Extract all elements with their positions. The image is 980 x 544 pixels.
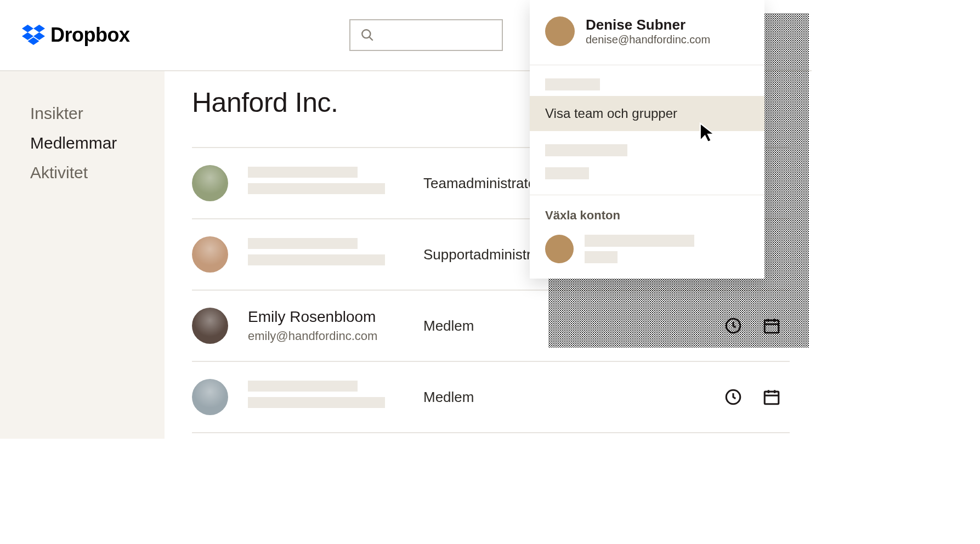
account-dropdown: Denise Subner denise@handfordinc.com Vis… [530, 0, 764, 279]
dropdown-switch-label: Växla konton [530, 195, 764, 230]
member-email: emily@handfordinc.com [248, 329, 423, 343]
placeholder [248, 167, 358, 178]
placeholder [248, 397, 385, 408]
svg-marker-0 [22, 25, 33, 32]
avatar [192, 165, 228, 201]
svg-point-5 [362, 30, 370, 38]
dropdown-account-row[interactable] [530, 230, 764, 279]
placeholder [545, 144, 627, 156]
placeholder [248, 254, 385, 265]
member-info [248, 167, 423, 200]
brand-name: Dropbox [50, 24, 130, 47]
avatar [545, 16, 575, 46]
member-row[interactable]: Medlem [192, 361, 790, 432]
dropdown-item-view-team[interactable]: Visa team och grupper [530, 96, 764, 131]
placeholder [545, 78, 600, 90]
placeholder [585, 251, 618, 263]
clock-icon[interactable] [724, 388, 743, 406]
svg-marker-1 [33, 25, 45, 32]
avatar [192, 379, 228, 415]
placeholder [545, 167, 589, 179]
sidebar-item-activity[interactable]: Aktivitet [30, 158, 165, 188]
brand-logo[interactable]: Dropbox [22, 24, 130, 47]
placeholder [585, 235, 694, 247]
dropbox-icon [22, 25, 45, 46]
placeholder [248, 183, 385, 194]
calendar-icon[interactable] [762, 388, 781, 406]
sidebar: Insikter Medlemmar Aktivitet [0, 71, 165, 439]
sidebar-item-members[interactable]: Medlemmar [30, 128, 165, 158]
placeholder [248, 381, 358, 392]
dropdown-user-email: denise@handfordinc.com [586, 33, 710, 46]
member-info [248, 381, 423, 413]
member-info [248, 238, 423, 271]
svg-rect-13 [764, 392, 779, 404]
avatar [192, 236, 228, 273]
dropdown-user-header: Denise Subner denise@handfordinc.com [530, 0, 764, 65]
avatar [545, 235, 574, 263]
dropdown-user-name: Denise Subner [586, 16, 710, 33]
placeholder [248, 238, 358, 249]
search-icon [360, 28, 375, 42]
member-name: Emily Rosenbloom [248, 308, 423, 326]
avatar [192, 308, 228, 344]
member-info: Emily Rosenbloom emily@handfordinc.com [248, 308, 423, 343]
sidebar-item-insights[interactable]: Insikter [30, 99, 165, 128]
svg-line-6 [369, 37, 372, 41]
member-role: Medlem [423, 389, 588, 406]
search-input[interactable] [349, 19, 503, 51]
